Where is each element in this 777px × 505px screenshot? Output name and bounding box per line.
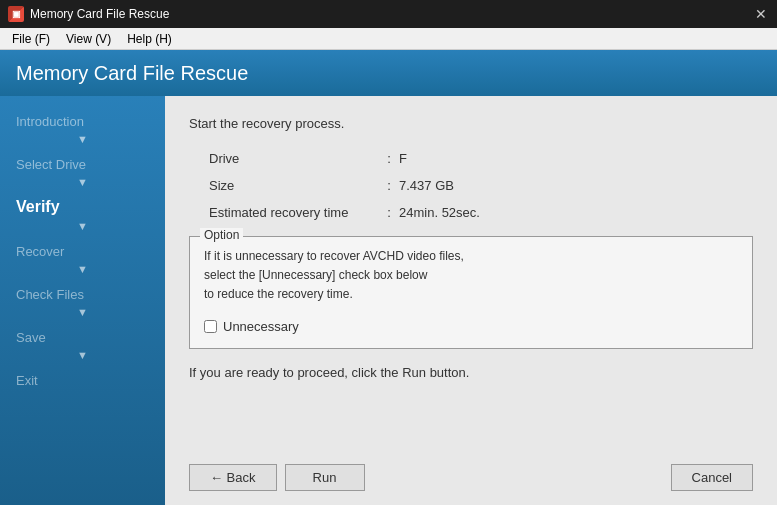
intro-text: Start the recovery process. [189, 116, 753, 131]
est-time-colon: : [379, 205, 399, 220]
option-description: If it is unnecessary to recover AVCHD vi… [204, 247, 738, 305]
sidebar-arrow-4: ▼ [0, 263, 165, 279]
option-box-title: Option [200, 228, 243, 242]
drive-value: F [399, 151, 407, 166]
title-bar: ▣ Memory Card File Rescue ✕ [0, 0, 777, 28]
content-area: Start the recovery process. Drive : F Si… [165, 96, 777, 505]
proceed-text: If you are ready to proceed, click the R… [189, 365, 753, 380]
menu-file[interactable]: File (F) [4, 30, 58, 48]
sidebar-item-exit[interactable]: Exit [0, 365, 165, 392]
main-layout: Introduction ▼ Select Drive ▼ Verify ▼ R… [0, 96, 777, 505]
sidebar-arrow-5: ▼ [0, 306, 165, 322]
sidebar-item-introduction[interactable]: Introduction [0, 106, 165, 133]
close-button[interactable]: ✕ [753, 6, 769, 22]
sidebar-item-save[interactable]: Save [0, 322, 165, 349]
title-bar-left: ▣ Memory Card File Rescue [8, 6, 169, 22]
drive-colon: : [379, 151, 399, 166]
drive-row: Drive : F [209, 151, 753, 166]
sidebar-arrow-3: ▼ [0, 220, 165, 236]
button-row: ← Back Run Cancel [189, 464, 753, 491]
option-box: Option If it is unnecessary to recover A… [189, 236, 753, 349]
app-header: Memory Card File Rescue [0, 50, 777, 96]
menu-bar: File (F) View (V) Help (H) [0, 28, 777, 50]
size-label: Size [209, 178, 379, 193]
title-bar-title: Memory Card File Rescue [30, 7, 169, 21]
size-colon: : [379, 178, 399, 193]
est-time-label: Estimated recovery time [209, 205, 379, 220]
sidebar-item-recover[interactable]: Recover [0, 236, 165, 263]
menu-help[interactable]: Help (H) [119, 30, 180, 48]
cancel-button[interactable]: Cancel [671, 464, 753, 491]
sidebar-item-select-drive[interactable]: Select Drive [0, 149, 165, 176]
size-value: 7.437 GB [399, 178, 454, 193]
info-table: Drive : F Size : 7.437 GB Estimated reco… [209, 151, 753, 220]
sidebar-arrow-1: ▼ [0, 133, 165, 149]
drive-label: Drive [209, 151, 379, 166]
back-button[interactable]: ← Back [189, 464, 277, 491]
sidebar-item-verify[interactable]: Verify [0, 192, 165, 220]
unnecessary-label: Unnecessary [223, 319, 299, 334]
run-button[interactable]: Run [285, 464, 365, 491]
menu-view[interactable]: View (V) [58, 30, 119, 48]
app-icon: ▣ [8, 6, 24, 22]
sidebar: Introduction ▼ Select Drive ▼ Verify ▼ R… [0, 96, 165, 505]
sidebar-arrow-2: ▼ [0, 176, 165, 192]
est-time-row: Estimated recovery time : 24min. 52sec. [209, 205, 753, 220]
app-header-title: Memory Card File Rescue [16, 62, 248, 85]
sidebar-item-check-files[interactable]: Check Files [0, 279, 165, 306]
size-row: Size : 7.437 GB [209, 178, 753, 193]
unnecessary-checkbox-row: Unnecessary [204, 319, 738, 334]
sidebar-arrow-6: ▼ [0, 349, 165, 365]
est-time-value: 24min. 52sec. [399, 205, 480, 220]
left-buttons: ← Back Run [189, 464, 365, 491]
unnecessary-checkbox[interactable] [204, 320, 217, 333]
